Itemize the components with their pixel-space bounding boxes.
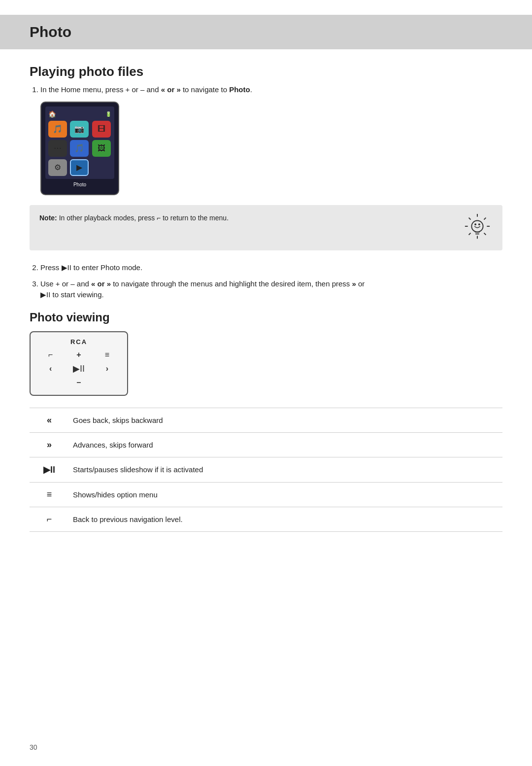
steps-list-2: Press ▶II to enter Photo mode. Use + or … <box>30 262 502 301</box>
app-video-icon: 🎞 <box>92 121 111 138</box>
phone-mockup: 🏠 🔋 🎵 📷 🎞 ⋯ 🎵 🖼 ⚙ ▶ <box>40 102 119 196</box>
key-description: Shows/hides option menu <box>69 482 502 507</box>
key-symbol: ▶II <box>30 457 69 482</box>
app-note-icon: 🎵 <box>70 140 89 157</box>
key-symbol: ⌐ <box>30 507 69 531</box>
svg-line-5 <box>469 218 471 220</box>
next-btn: › <box>106 364 108 373</box>
page-number: 30 <box>30 743 37 751</box>
key-description: Back to previous navigation level. <box>69 507 502 531</box>
device-mockup: RCA ⌐ + ≡ ‹ ▶II › – <box>30 331 128 396</box>
key-symbol: « <box>30 408 69 432</box>
svg-point-11 <box>474 223 476 225</box>
key-description: Goes back, skips backward <box>69 408 502 432</box>
svg-line-6 <box>484 233 486 235</box>
table-row: ▶IIStarts/pauses slideshow if it is acti… <box>30 457 502 482</box>
table-row: «Goes back, skips backward <box>30 408 502 432</box>
table-row: ≡Shows/hides option menu <box>30 482 502 507</box>
table-row: ⌐Back to previous navigation level. <box>30 507 502 531</box>
key-description: Starts/pauses slideshow if it is activat… <box>69 457 502 482</box>
svg-line-8 <box>469 233 471 235</box>
table-row: »Advances, skips forward <box>30 432 502 457</box>
menu-btn: ≡ <box>105 350 109 359</box>
step2-text: Press ▶II to enter Photo mode. <box>40 263 142 272</box>
note-label: Note: <box>39 214 57 222</box>
step-1: In the Home menu, press + or – and « or … <box>40 84 502 195</box>
key-symbol: ≡ <box>30 482 69 507</box>
play-btn: ▶II <box>73 363 85 374</box>
back-btn: ⌐ <box>48 350 53 359</box>
page-header: Photo <box>0 15 532 49</box>
app-settings-icon: ⚙ <box>48 159 67 176</box>
app-grid: 🎵 📷 🎞 ⋯ 🎵 🖼 ⚙ ▶ <box>48 121 111 176</box>
app-camera-icon: 📷 <box>70 121 89 138</box>
step1-text: In the Home menu, press + or – and « or … <box>40 85 252 94</box>
section-heading-viewing: Photo viewing <box>30 311 502 324</box>
key-table: «Goes back, skips backward»Advances, ski… <box>30 408 502 532</box>
app-music-icon: 🎵 <box>48 121 67 138</box>
battery-icon: 🔋 <box>105 110 111 118</box>
svg-point-0 <box>471 220 483 232</box>
step-2: Press ▶II to enter Photo mode. <box>40 262 502 274</box>
phone-screen: 🏠 🔋 🎵 📷 🎞 ⋯ 🎵 🖼 ⚙ ▶ <box>45 106 114 179</box>
step-3: Use + or – and « or » to navigate throug… <box>40 279 502 301</box>
section-heading-playing: Playing photo files <box>30 64 502 79</box>
prev-btn: ‹ <box>49 364 52 373</box>
page-title: Photo <box>30 24 502 40</box>
phone-label: Photo <box>45 181 114 188</box>
minus-section: – <box>38 378 119 387</box>
key-symbol: » <box>30 432 69 457</box>
app-photo-icon: 🖼 <box>92 140 111 157</box>
key-description: Advances, skips forward <box>69 432 502 457</box>
note-content: Note: In other playback modes, press ⌐ t… <box>39 213 453 223</box>
page: Photo Playing photo files In the Home me… <box>0 0 532 766</box>
phone-top-bar: 🏠 🔋 <box>48 109 111 119</box>
device-buttons: ⌐ + ≡ ‹ ▶II › <box>38 350 119 374</box>
device-top-bar: RCA <box>38 338 119 346</box>
step3-text: Use + or – and « or » to navigate throug… <box>40 279 365 299</box>
sun-icon <box>463 213 493 243</box>
home-icon: 🏠 <box>48 109 56 119</box>
note-box: Note: In other playback modes, press ⌐ t… <box>30 205 502 250</box>
note-body: In other playback modes, press ⌐ to retu… <box>59 214 229 222</box>
photo-viewing-section: Photo viewing RCA ⌐ + ≡ ‹ ▶II › – «Goes … <box>30 311 502 532</box>
plus-btn: + <box>76 350 81 359</box>
device-brand: RCA <box>70 338 87 346</box>
minus-btn: – <box>77 378 81 387</box>
svg-line-7 <box>484 218 486 220</box>
svg-point-12 <box>478 223 480 225</box>
playing-photo-files-section: Playing photo files In the Home menu, pr… <box>30 64 502 301</box>
app-selected-icon: ▶ <box>70 159 89 176</box>
app-apps-icon: ⋯ <box>48 140 67 157</box>
steps-list: In the Home menu, press + or – and « or … <box>30 84 502 195</box>
